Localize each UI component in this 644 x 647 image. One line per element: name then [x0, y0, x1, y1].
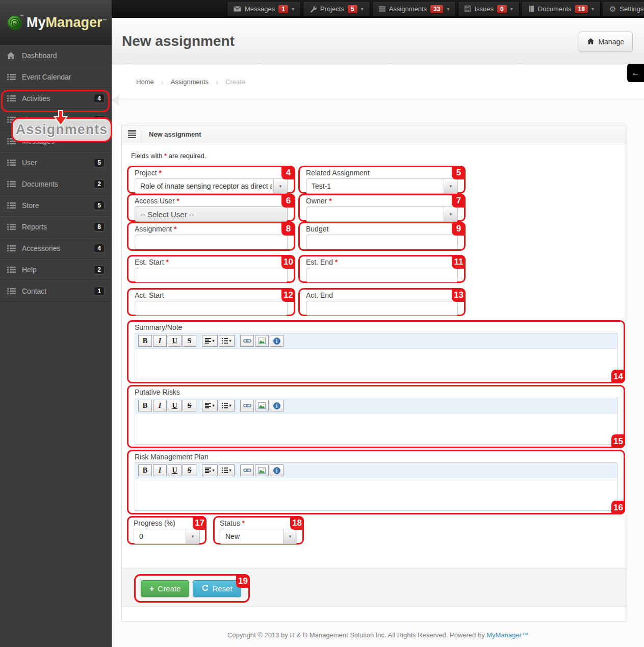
progress-select[interactable]: 0 ▼	[134, 529, 200, 544]
annotation-box-assignment: Assignment * 8	[127, 222, 295, 251]
align-icon[interactable]: ▾	[202, 335, 218, 347]
link-icon[interactable]	[240, 464, 254, 476]
annotation-box-access-user: Access User * -- Select User -- 6	[127, 194, 295, 222]
nav-label: Projects	[320, 5, 344, 13]
budget-input[interactable]	[306, 235, 458, 249]
strikethrough-icon[interactable]: S	[183, 400, 196, 411]
putative-risks-editor-content[interactable]	[135, 413, 617, 444]
sidebar-item-badge: 2	[94, 265, 105, 274]
hamburger-icon	[128, 130, 136, 138]
nav-label: Messages	[245, 5, 275, 13]
list-icon[interactable]: ▾	[219, 464, 235, 476]
refresh-icon	[201, 584, 209, 593]
summary-editor-content[interactable]	[135, 349, 617, 379]
reset-button[interactable]: Reset	[193, 580, 241, 597]
sidebar-item-user[interactable]: User 5	[0, 152, 112, 173]
nav-issues[interactable]: Issues 0 ▾	[458, 1, 519, 17]
strikethrough-icon[interactable]: S	[183, 464, 196, 476]
collapse-panel-tab[interactable]: ←	[627, 64, 644, 82]
budget-label: Budget	[306, 225, 458, 233]
create-button[interactable]: + Create	[141, 580, 189, 597]
related-assignment-label: Related Assignment	[306, 169, 458, 177]
info-icon[interactable]	[270, 400, 284, 411]
nav-settings[interactable]: ⚙ Settings	[603, 1, 644, 17]
image-icon[interactable]	[255, 335, 269, 347]
sidebar-item-help[interactable]: Help 2	[0, 259, 112, 280]
annotation-box-project: Project * Role of innate sensing recepto…	[127, 166, 295, 194]
sidebar-item-activities[interactable]: Activities 4	[0, 88, 112, 109]
annotation-number: 14	[611, 370, 625, 383]
assignment-input[interactable]	[135, 235, 288, 249]
sidebar-item-event-calendar[interactable]: Event Calendar	[0, 66, 112, 88]
access-user-select[interactable]: -- Select User --	[135, 206, 288, 222]
nav-projects[interactable]: Projects 5 ▾	[303, 1, 370, 17]
breadcrumb-assignments[interactable]: Assignments	[171, 78, 209, 86]
related-assignment-select[interactable]: Test-1 ▼	[306, 178, 458, 194]
annotation-number: 10	[281, 255, 295, 269]
strikethrough-icon[interactable]: S	[183, 335, 196, 347]
sidebar-item-contact[interactable]: Contact 1	[0, 280, 112, 302]
annotation-number: 15	[611, 434, 625, 448]
list-icon	[7, 288, 16, 294]
italic-icon[interactable]: I	[153, 400, 167, 411]
italic-icon[interactable]: I	[153, 335, 167, 347]
list-icon[interactable]: ▾	[219, 335, 235, 347]
sidebar-item-dashboard[interactable]: Dashboard	[0, 45, 112, 66]
est-start-label: Est. Start *	[135, 258, 288, 266]
panel-title: New assignment	[149, 131, 201, 138]
act-end-label: Act. End	[306, 291, 458, 299]
align-icon[interactable]: ▾	[202, 400, 218, 411]
copyright-text: Copyright © 2013 by R & D Management Sol…	[227, 631, 485, 639]
est-start-input[interactable]	[135, 268, 288, 282]
risk-management-plan-editor-content[interactable]	[135, 478, 617, 510]
underline-icon[interactable]: U	[168, 335, 182, 347]
snail-logo-icon: ™	[6, 13, 24, 32]
sidebar-item-store[interactable]: Store 5	[0, 195, 112, 216]
status-select-value: New	[220, 532, 240, 540]
annotation-number: 4	[281, 166, 295, 179]
page-title: New assignment	[122, 33, 235, 49]
project-select[interactable]: Role of innate sensing receptor as direc…	[135, 178, 288, 194]
list-icon	[7, 160, 16, 166]
breadcrumb-home[interactable]: Home	[136, 78, 154, 86]
act-start-input[interactable]	[135, 301, 288, 316]
bold-icon[interactable]: B	[138, 464, 152, 476]
owner-select[interactable]: ▼	[306, 206, 458, 222]
image-icon[interactable]	[255, 464, 269, 476]
sidebar-item-badge: 8	[94, 222, 105, 231]
new-assignment-panel: New assignment Fields with * are require…	[121, 125, 627, 622]
act-end-input[interactable]	[306, 301, 458, 316]
app-logo[interactable]: ™ MyManager™	[0, 0, 112, 45]
panel-menu-button[interactable]	[122, 125, 142, 143]
underline-icon[interactable]: U	[168, 400, 182, 411]
manage-button[interactable]: Manage	[579, 32, 633, 52]
nav-badge: 1	[278, 5, 288, 13]
link-icon[interactable]	[240, 335, 254, 347]
nav-documents[interactable]: Documents 18 ▾	[522, 1, 601, 17]
sidebar-item-documents[interactable]: Documents 2	[0, 173, 112, 195]
link-icon[interactable]	[240, 400, 254, 411]
italic-icon[interactable]: I	[153, 464, 167, 476]
sidebar-item-reports[interactable]: Reports 8	[0, 216, 112, 238]
sidebar-item-accessories[interactable]: Accessories 4	[0, 238, 112, 259]
act-start-label: Act. Start	[135, 291, 288, 299]
nav-messages[interactable]: Messages 1 ▾	[227, 1, 301, 17]
bold-icon[interactable]: B	[138, 400, 152, 411]
sidebar-item-label: Event Calendar	[22, 73, 71, 81]
list-icon[interactable]: ▾	[219, 400, 235, 411]
bold-icon[interactable]: B	[138, 335, 152, 347]
info-icon[interactable]	[270, 464, 284, 476]
image-icon[interactable]	[255, 400, 269, 411]
nav-assignments[interactable]: Assignments 33 ▾	[372, 1, 456, 17]
sidebar-item-badge: 2	[94, 179, 105, 189]
sidebar-item-badge: 5	[94, 201, 105, 210]
annotation-number: 19	[236, 574, 250, 588]
underline-icon[interactable]: U	[168, 464, 182, 476]
align-icon[interactable]: ▾	[202, 464, 218, 476]
mymanager-link[interactable]: MyManager™	[486, 631, 528, 639]
info-icon[interactable]	[270, 335, 284, 347]
status-select[interactable]: New ▼	[220, 529, 297, 544]
est-end-input[interactable]	[306, 268, 458, 282]
create-button-label: Create	[158, 584, 181, 593]
document-icon	[465, 6, 471, 12]
